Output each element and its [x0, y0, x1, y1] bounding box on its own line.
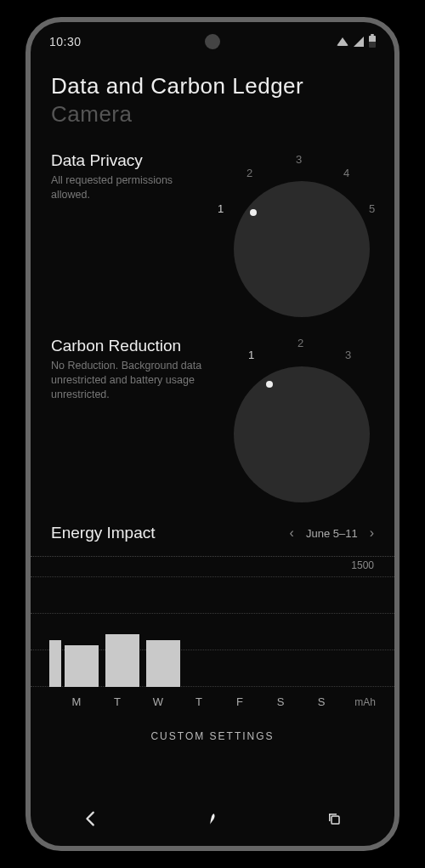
- battery-icon: [369, 36, 376, 48]
- bar: [146, 640, 180, 687]
- dial-label: 1: [218, 202, 224, 215]
- day-label: F: [223, 695, 257, 708]
- dial-label: 4: [343, 167, 349, 179]
- energy-unit: mAh: [354, 696, 376, 708]
- signal-icon: [354, 37, 364, 47]
- status-right: [337, 36, 376, 48]
- carbon-dial[interactable]: 1 2 3: [212, 337, 374, 498]
- dial-label: 3: [296, 153, 302, 166]
- dial-label: 2: [246, 167, 252, 179]
- privacy-title: Data Privacy: [51, 151, 204, 170]
- recents-button[interactable]: [274, 811, 394, 826]
- day-label: W: [141, 695, 175, 708]
- status-time: 10:30: [49, 35, 82, 48]
- bar: [105, 634, 139, 687]
- wifi-icon: [337, 37, 348, 46]
- bar: [49, 640, 61, 687]
- energy-title: Energy Impact: [51, 524, 156, 542]
- date-next-button[interactable]: ›: [370, 525, 374, 541]
- dial-label: 3: [345, 349, 351, 361]
- custom-settings-button[interactable]: CUSTOM SETTINGS: [150, 730, 274, 742]
- nav-bar: [31, 791, 394, 846]
- dial-label: 5: [369, 202, 375, 215]
- page-title: Data and Carbon Ledger: [51, 73, 374, 99]
- dial-label: 2: [298, 337, 303, 349]
- day-label: T: [100, 695, 134, 708]
- page-subtitle: Camera: [51, 101, 374, 128]
- day-label: S: [264, 695, 298, 708]
- energy-chart: 1500 MTWTFSSmAh: [31, 556, 394, 708]
- home-button[interactable]: [152, 811, 272, 826]
- status-bar: 10:30: [31, 22, 394, 61]
- carbon-desc: No Reduction. Background data unrestrict…: [51, 359, 204, 402]
- dial-label: 1: [248, 349, 254, 361]
- carbon-title: Carbon Reduction: [51, 337, 204, 355]
- camera-cutout: [205, 34, 220, 49]
- day-label: M: [60, 695, 94, 708]
- date-prev-button[interactable]: ‹: [290, 525, 294, 541]
- day-label: S: [304, 695, 338, 708]
- svg-rect-0: [332, 816, 339, 824]
- date-range: June 5–11: [306, 527, 358, 540]
- day-label: T: [182, 695, 216, 708]
- bar: [65, 645, 99, 687]
- back-button[interactable]: [31, 809, 151, 828]
- privacy-dial[interactable]: 1 2 3 4 5: [212, 151, 374, 313]
- ymax-label: 1500: [351, 559, 374, 571]
- privacy-desc: All requested permissions allowed.: [51, 173, 204, 202]
